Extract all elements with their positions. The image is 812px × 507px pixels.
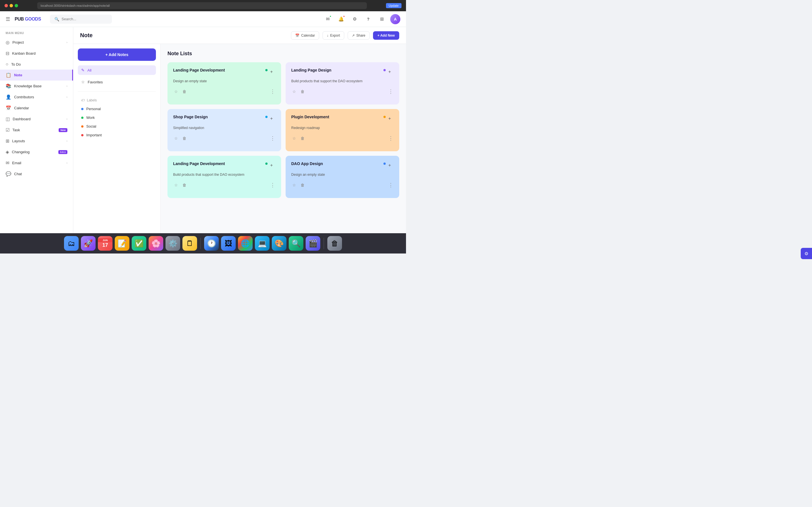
note-add-button[interactable]: + — [386, 68, 394, 76]
sidebar-item-knowledge[interactable]: 📚 Knowledge Base › — [0, 80, 73, 92]
add-notes-button[interactable]: + Add Notes — [78, 48, 156, 61]
dock-timemachine[interactable]: 🕐 — [204, 236, 219, 251]
note-card-header: Landing Page Development + — [173, 68, 275, 76]
dock-vscode[interactable]: 💻 — [255, 236, 269, 251]
star-icon[interactable]: ☆ — [291, 88, 297, 95]
mail-button[interactable]: ✉ — [322, 14, 333, 24]
close-dot[interactable] — [4, 4, 8, 7]
note-add-button[interactable]: + — [267, 115, 275, 122]
note-card-footer: ☆ 🗑 ⋮ — [291, 182, 394, 188]
sidebar-item-kanban[interactable]: ⊟ Kanban Board — [0, 48, 73, 59]
minimize-dot[interactable] — [10, 4, 13, 7]
more-icon[interactable]: ⋮ — [270, 182, 275, 188]
dock-quicksilver[interactable]: 🔍 — [289, 236, 303, 251]
menu-icon[interactable]: ☰ — [6, 16, 10, 22]
more-icon[interactable]: ⋮ — [388, 135, 394, 142]
sidebar-item-contributors[interactable]: 👤 Contributors › — [0, 92, 73, 103]
avatar[interactable]: A — [390, 14, 400, 24]
settings-nav-button[interactable]: ⚙ — [350, 14, 360, 24]
sidebar-item-note[interactable]: 📋 Note — [0, 69, 73, 80]
all-icon: ✎ — [81, 68, 85, 72]
note-lists-title: Note Lists — [167, 51, 399, 57]
sidebar-item-project[interactable]: ◎ Project › — [0, 37, 73, 48]
note-card-header: Landing Page Design + — [291, 68, 394, 76]
more-icon[interactable]: ⋮ — [270, 135, 275, 142]
sidebar-item-todo[interactable]: ○ To Do — [0, 59, 73, 69]
dock-finder[interactable]: 🗂 — [64, 236, 79, 251]
dock-stickies[interactable]: 🗒 — [183, 236, 197, 251]
search-box[interactable]: 🔍 — [50, 15, 112, 24]
dock-launchpad[interactable]: 🚀 — [81, 236, 96, 251]
project-icon: ◎ — [6, 40, 10, 45]
dock-trash[interactable]: 🗑 — [327, 236, 342, 251]
dock-photos[interactable]: 🌸 — [149, 236, 163, 251]
label-important[interactable]: Important — [78, 131, 156, 139]
delete-icon[interactable]: 🗑 — [181, 182, 188, 188]
sidebar-item-layouts[interactable]: ⊞ Layouts › — [0, 135, 73, 147]
star-icon[interactable]: ☆ — [173, 88, 179, 95]
bell-button[interactable]: 🔔 — [336, 14, 346, 24]
note-add-button[interactable]: + — [267, 161, 275, 169]
kanban-icon: ⊟ — [6, 51, 9, 56]
label-social[interactable]: Social — [78, 122, 156, 131]
star-icon[interactable]: ☆ — [291, 135, 297, 142]
grid-button[interactable]: ⊞ — [377, 14, 387, 24]
sidebar-item-email[interactable]: ✉ Email › — [0, 158, 73, 168]
note-title-row: Landing Page Development — [173, 68, 267, 72]
work-dot — [81, 117, 84, 119]
sidebar-item-changelog[interactable]: ◈ Changelog 3.0.1 — [0, 147, 73, 158]
note-add-button[interactable]: + — [386, 161, 394, 169]
dock-systemprefs[interactable]: ⚙️ — [165, 236, 180, 251]
left-nav-all[interactable]: ✎ All — [78, 65, 156, 75]
export-button[interactable]: ↓ Export — [322, 31, 344, 40]
label-work[interactable]: Work — [78, 113, 156, 122]
note-card-footer: ☆ 🗑 ⋮ — [173, 88, 275, 95]
delete-icon[interactable]: 🗑 — [181, 88, 188, 95]
share-button[interactable]: ↗ Share — [348, 31, 370, 40]
dock-preview[interactable]: 🖼 — [221, 236, 236, 251]
main-layout: MAIN MENU ◎ Project › ⊟ Kanban Board ○ T… — [0, 27, 406, 253]
note-add-button[interactable]: + — [267, 68, 275, 76]
divider — [78, 91, 156, 92]
calendar-button[interactable]: 📅 Calendar — [291, 31, 319, 40]
delete-icon[interactable]: 🗑 — [181, 135, 188, 142]
dock-calendar[interactable]: JUN 17 — [98, 236, 112, 251]
label-important-text: Important — [86, 133, 102, 137]
more-icon[interactable]: ⋮ — [388, 182, 394, 188]
note-add-button[interactable]: + — [386, 115, 394, 122]
sidebar-item-task[interactable]: ☑ Task New — [0, 124, 73, 135]
sidebar-label-kanban: Kanban Board — [12, 51, 67, 55]
task-badge: New — [59, 128, 67, 132]
left-nav-favorites[interactable]: ☆ Favorites — [78, 77, 156, 87]
dock-notes[interactable]: 📝 — [115, 236, 130, 251]
add-new-button[interactable]: + Add New — [373, 31, 399, 40]
delete-icon[interactable]: 🗑 — [299, 135, 306, 142]
dock-chrome[interactable]: 🌐 — [238, 236, 253, 251]
sidebar-item-calendar[interactable]: 📅 Calendar — [0, 103, 73, 114]
export-icon: ↓ — [327, 34, 328, 38]
delete-icon[interactable]: 🗑 — [299, 88, 306, 95]
star-icon[interactable]: ☆ — [173, 135, 179, 142]
note-actions: ☆ 🗑 — [291, 88, 306, 95]
search-input[interactable] — [61, 17, 107, 21]
browser-url[interactable]: localhost:3000/strinkdash-react/admin/ap… — [37, 2, 367, 9]
sidebar-item-chat[interactable]: 💬 Chat — [0, 168, 73, 179]
note-card-plugin-dev: Plugin Development + Redesign roadmap ☆ … — [286, 109, 399, 151]
label-personal[interactable]: Personal — [78, 105, 156, 113]
note-card-footer: ☆ 🗑 ⋮ — [173, 135, 275, 142]
delete-icon[interactable]: 🗑 — [299, 182, 306, 188]
dock-photoshop[interactable]: 🎨 — [272, 236, 287, 251]
dock-reminders[interactable]: ✅ — [132, 236, 146, 251]
update-button[interactable]: Update — [386, 3, 402, 8]
more-icon[interactable]: ⋮ — [388, 89, 394, 95]
favorites-icon: ☆ — [81, 80, 85, 84]
note-actions: ☆ 🗑 — [173, 88, 188, 95]
dock-aftereffects[interactable]: 🎬 — [306, 236, 320, 251]
sidebar-item-dashboard[interactable]: ◫ Dashboard › — [0, 114, 73, 124]
note-card-footer: ☆ 🗑 ⋮ — [173, 182, 275, 188]
more-icon[interactable]: ⋮ — [270, 89, 275, 95]
star-icon[interactable]: ☆ — [291, 182, 297, 188]
maximize-dot[interactable] — [15, 4, 18, 7]
help-button[interactable]: ? — [363, 14, 373, 24]
star-icon[interactable]: ☆ — [173, 182, 179, 188]
